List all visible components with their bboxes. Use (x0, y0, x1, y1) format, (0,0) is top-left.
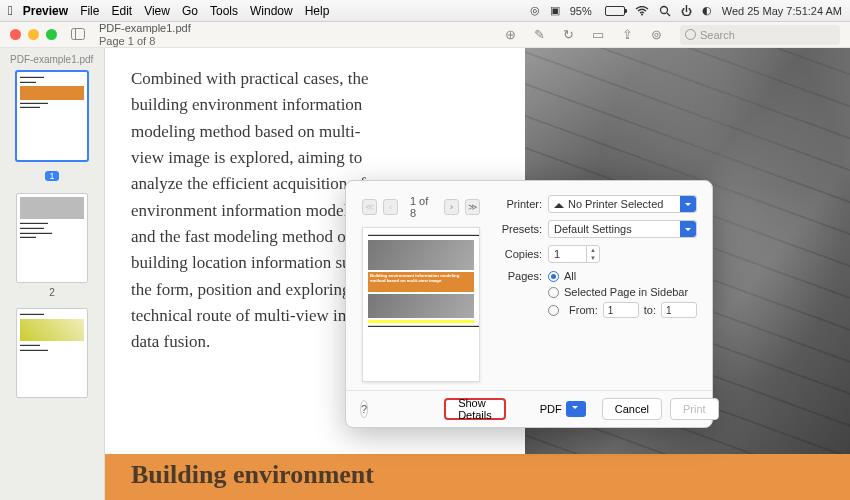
svg-point-1 (660, 6, 667, 13)
print-button[interactable]: Print (670, 398, 719, 420)
chevron-down-icon (680, 221, 696, 237)
chevron-down-icon (680, 196, 696, 212)
document-title: PDF-example1.pdf (99, 22, 191, 34)
siri-icon[interactable]: ◐ (702, 4, 712, 17)
menu-edit[interactable]: Edit (111, 4, 132, 18)
pages-selected-radio[interactable] (548, 287, 559, 298)
warning-icon (554, 198, 564, 208)
more-icon[interactable]: ⊚ (651, 27, 662, 42)
titlebar: PDF-example1.pdf Page 1 of 8 ⊕ ✎ ↻ ▭ ⇪ ⊚… (0, 22, 850, 48)
page-thumbnail-1[interactable]: ▬▬▬▬▬▬▬▬▬▬▬▬▬▬▬▬▬▬▬▬▬▬ (16, 71, 88, 161)
printer-dropdown[interactable]: No Printer Selected (548, 195, 697, 213)
copies-stepper[interactable]: 1 ▲▼ (548, 245, 600, 263)
view-zoom-icon[interactable]: ⊕ (505, 27, 516, 42)
preview-window: PDF-example1.pdf Page 1 of 8 ⊕ ✎ ↻ ▭ ⇪ ⊚… (0, 22, 850, 500)
close-window-button[interactable] (10, 29, 21, 40)
minimize-window-button[interactable] (28, 29, 39, 40)
rotate-icon[interactable]: ↻ (563, 27, 574, 42)
fullscreen-window-button[interactable] (46, 29, 57, 40)
app-menu[interactable]: Preview (23, 4, 68, 18)
pages-selected-label: Selected Page in Sidebar (564, 286, 688, 298)
help-button[interactable]: ? (360, 400, 368, 418)
battery-percent: 95% (570, 5, 592, 17)
share-icon[interactable]: ⇪ (622, 27, 633, 42)
menu-window[interactable]: Window (250, 4, 293, 18)
cancel-button[interactable]: Cancel (602, 398, 662, 420)
page-indicator: Page 1 of 8 (99, 35, 191, 47)
document-heading-banner: Building environment (105, 454, 850, 500)
menu-help[interactable]: Help (305, 4, 330, 18)
presets-dropdown[interactable]: Default Settings (548, 220, 697, 238)
markup-icon[interactable]: ✎ (534, 27, 545, 42)
copies-value: 1 (554, 248, 560, 260)
presets-label: Presets: (494, 223, 542, 235)
step-up-icon[interactable]: ▲ (587, 246, 599, 254)
pages-all-label: All (564, 270, 576, 282)
chevron-down-icon (566, 401, 586, 417)
control-center-icon[interactable]: ⏻ (681, 5, 692, 17)
printer-value: No Printer Selected (568, 198, 663, 210)
battery-icon[interactable] (602, 6, 625, 16)
sidebar-title: PDF-example1.pdf (10, 54, 94, 65)
first-page-button[interactable]: ≪ (362, 199, 377, 215)
search-input[interactable]: Search (680, 25, 840, 45)
menubar-icon[interactable]: ▣ (550, 4, 560, 17)
thumbnails-sidebar: PDF-example1.pdf ▬▬▬▬▬▬▬▬▬▬▬▬▬▬▬▬▬▬▬▬▬▬ … (0, 48, 105, 500)
page-counter: 1 of 8 (410, 195, 432, 219)
step-down-icon[interactable]: ▼ (587, 254, 599, 262)
print-dialog: ≪ ‹ 1 of 8 › ≫ ▬▬▬▬▬▬▬▬▬▬▬▬▬▬▬▬▬▬▬▬▬▬▬▬▬… (345, 180, 713, 428)
next-page-button[interactable]: › (444, 199, 459, 215)
document-heading: Building environment (131, 460, 824, 490)
copies-label: Copies: (494, 248, 542, 260)
last-page-button[interactable]: ≫ (465, 199, 480, 215)
menubar-icon[interactable]: ◎ (530, 4, 540, 17)
from-label: From: (569, 304, 598, 316)
title-info: PDF-example1.pdf Page 1 of 8 (99, 22, 191, 46)
preview-heading: Building environment information modelin… (368, 272, 474, 292)
pages-label: Pages: (494, 270, 542, 282)
print-preview-page: ▬▬▬▬▬▬▬▬▬▬▬▬▬▬▬▬▬▬▬▬▬▬▬▬▬▬▬▬▬▬▬▬▬▬▬▬▬▬▬▬… (362, 227, 480, 382)
pages-range-radio[interactable] (548, 305, 559, 316)
menu-view[interactable]: View (144, 4, 170, 18)
from-input[interactable]: 1 (603, 302, 639, 318)
thumb-number: 2 (10, 287, 94, 298)
prev-page-button[interactable]: ‹ (383, 199, 398, 215)
pages-all-radio[interactable] (548, 271, 559, 282)
window-controls (10, 29, 57, 40)
printer-label: Printer: (494, 198, 542, 210)
menu-tools[interactable]: Tools (210, 4, 238, 18)
spotlight-icon[interactable] (659, 5, 671, 17)
apple-menu-icon[interactable]:  (8, 3, 13, 18)
document-viewport[interactable]: Combined with practical cases, the build… (105, 48, 850, 500)
system-menubar:  Preview File Edit View Go Tools Window… (0, 0, 850, 22)
presets-value: Default Settings (554, 223, 632, 235)
menu-file[interactable]: File (80, 4, 99, 18)
svg-rect-3 (72, 28, 85, 39)
to-input[interactable]: 1 (661, 302, 697, 318)
svg-point-0 (641, 13, 643, 15)
page-thumbnail-2[interactable]: ▬▬▬▬▬▬▬▬▬▬▬▬▬▬▬▬▬▬▬▬▬▬▬▬▬ (16, 193, 88, 283)
svg-line-2 (667, 13, 670, 16)
show-details-button[interactable]: Show Details (444, 398, 506, 420)
highlight-icon[interactable]: ▭ (592, 27, 604, 42)
page-thumbnail-3[interactable]: ▬▬▬▬▬▬▬▬▬▬▬▬▬▬▬▬▬▬ (16, 308, 88, 398)
sidebar-toggle-icon[interactable] (71, 26, 85, 44)
pdf-dropdown[interactable]: PDF (540, 401, 586, 417)
wifi-icon[interactable] (635, 6, 649, 16)
clock[interactable]: Wed 25 May 7:51:24 AM (722, 5, 842, 17)
to-label: to: (644, 304, 656, 316)
menu-go[interactable]: Go (182, 4, 198, 18)
thumb-number: 1 (45, 171, 58, 181)
